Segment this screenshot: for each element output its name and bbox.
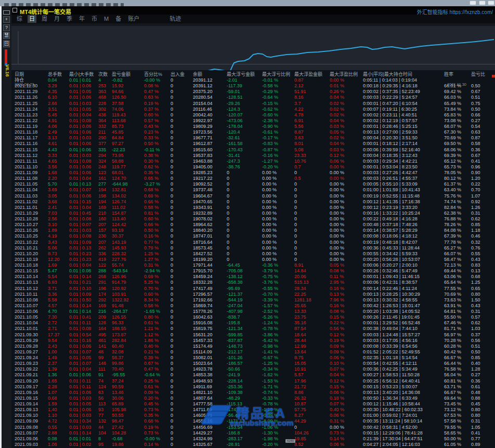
cell-max-float-loss: -120.4: [227, 129, 262, 135]
tab-备[interactable]: 备: [114, 15, 123, 23]
tab-周[interactable]: 周: [40, 15, 49, 23]
cell-max-float-loss-pct: -0.58 %: [262, 83, 294, 89]
cell-hold-time: 0:00:54 | 0:42:55 | 4:12:11: [363, 361, 444, 366]
tab-综[interactable]: 综: [15, 15, 24, 23]
tab-月[interactable]: 月: [53, 15, 61, 23]
cell-pl-ratio: 0.76: [471, 245, 495, 251]
table-row: 2021.11.252.660.01 | 0.0322637.580.19 %0…: [11, 101, 495, 107]
cell-max-float-profit: 22.25: [294, 292, 330, 297]
cell-min-max-lots: 0.01 | 0.10: [69, 286, 98, 292]
cell-percent: 0.79 %: [144, 245, 171, 251]
table-row: 2021.10.123.710.01 | 0.10196120.920.70 %…: [11, 286, 495, 292]
table-row: 2021.09.131.400.01 | 0.0693105.980.73 %0…: [11, 407, 495, 413]
cell-percent: 0.68 %: [144, 187, 171, 193]
cell-min-max-lots: 0.01 | 0.03: [69, 425, 98, 430]
cell-max-float-loss-pct: -0.33 %: [262, 396, 294, 401]
cell-date: 2021.11.26: [15, 95, 48, 100]
cell-balance: 14555.16: [193, 418, 227, 424]
cell-pnl: 74.06: [112, 107, 144, 112]
cell-max-float-loss: -658.38: [227, 280, 262, 285]
cell-balance: 15869.74: [193, 303, 227, 309]
cell-max-float-profit-pct: 0.09 %: [330, 344, 363, 349]
cell-percent: -0.00 %: [144, 436, 171, 442]
cell-pnl: 124.70: [112, 176, 144, 181]
cell-date: 2021.11.02: [15, 199, 48, 205]
cell-min-max-lots: 0.01 | 0.50: [69, 297, 98, 303]
cell-win-rate: 70.28 %: [444, 338, 471, 344]
table-row: 2021.10.208.730.01 | 0.23336228.321.25 %…: [11, 251, 495, 257]
tab-账户[interactable]: 账户: [126, 15, 141, 23]
cell-max-float-profit: 3.63: [294, 135, 330, 141]
cell-deposit: 0: [171, 153, 193, 159]
cell-deposit: 0: [171, 425, 193, 430]
cell-percent: 0.25 %: [144, 378, 171, 384]
cell-hold-time: 0:00:03 | 0:27:26 | 4:42:47: [363, 170, 444, 176]
tab-季[interactable]: 季: [65, 15, 74, 23]
table-row: 2021.10.042.720.01 | 0.1112696.330.61 %0…: [11, 320, 495, 326]
tab-M[interactable]: M: [102, 15, 110, 23]
cell-pnl: 113.40: [112, 216, 144, 222]
cell-min-max-lots: 0.01 | 0.01: [69, 77, 98, 83]
minimize-button-icon[interactable]: [470, 1, 476, 5]
tab-年[interactable]: 年: [77, 15, 86, 23]
cell-balance: 15082.01: [193, 355, 227, 361]
header-pnl: 盈亏金额: [112, 71, 144, 77]
cell-win-rate: 73.45 %: [444, 401, 471, 407]
cell-pnl: 188.55: [112, 326, 144, 332]
cell-max-float-profit-pct: 0.08 %: [330, 268, 363, 274]
tab-币[interactable]: 币: [90, 15, 99, 23]
cell-pl-ratio: 0.58: [471, 141, 495, 147]
cell-total-lots: 3.10: [48, 222, 69, 228]
tab-日[interactable]: 日: [28, 15, 36, 23]
cell-pnl: -22.23: [112, 147, 144, 153]
cell-date: 2021.09.28: [15, 344, 48, 349]
cjk-tool-icon-1[interactable]: 慧: [3, 32, 10, 39]
cell-pnl: 126.96: [112, 274, 144, 280]
cell-hold-time: 0:00:26 | 2:11:45 | 19:01:45: [363, 314, 444, 320]
cell-max-float-profit: 28.34: [294, 286, 330, 292]
maximize-button-icon[interactable]: [479, 1, 486, 5]
cell-hold-time: 0:00:04 | 0:20:30 | 3:51:50: [363, 135, 444, 141]
cell-win-rate: 82.84 %: [444, 205, 471, 210]
cell-count: 169: [98, 205, 112, 210]
cell-max-float-loss: 0: [227, 210, 262, 216]
cell-pnl: 91.48: [112, 303, 144, 309]
cell-deposit: 0: [171, 338, 193, 344]
close-button-icon[interactable]: [488, 1, 494, 5]
cell-max-float-profit: 0: [294, 222, 330, 228]
cell-max-float-profit-pct: 0.00 %: [330, 257, 363, 262]
cell-total-lots: 7.03: [48, 210, 69, 216]
cell-total-lots: 1.36: [48, 372, 69, 378]
cell-date: 2021.11.05: [15, 181, 48, 187]
cell-balance: 17296.57: [193, 292, 227, 297]
cell-deposit: 0: [171, 164, 193, 170]
cell-deposit: 0: [171, 401, 193, 407]
cell-hold-time: 0:00:15 | 12:29:06 | 78:41:28: [363, 430, 444, 436]
cell-max-float-profit: 0.5: [294, 176, 330, 181]
cell-date: 2021.10.11: [15, 292, 48, 297]
cell-pnl: 173.87: [112, 332, 144, 338]
cell-deposit: 0: [171, 332, 193, 338]
cell-deposit: 0: [171, 442, 193, 447]
cell-deposit: 0: [171, 228, 193, 233]
cell-date: 2021.10.18: [15, 262, 48, 268]
cell-max-float-loss: -31.41: [227, 153, 262, 159]
cell-deposit: 0: [171, 309, 193, 314]
cell-win-rate: 69.64 %: [444, 396, 471, 401]
tab-track[interactable]: 轨迹: [168, 15, 183, 23]
cell-min-max-lots: 0.01 | 0.06: [69, 124, 98, 129]
cell-max-float-profit-pct: 0.00 %: [330, 164, 363, 170]
cell-max-float-profit: 19.85: [294, 436, 330, 442]
cell-pl-ratio: 0.65: [471, 286, 495, 292]
cell-date: 2021.10.22: [15, 240, 48, 245]
cell-min-max-lots: 0.01 | 0.09: [69, 240, 98, 245]
cjk-tool-icon-2[interactable]: 回: [3, 41, 10, 47]
move-icon[interactable]: +: [3, 16, 10, 23]
cell-percent: 0.19 %: [144, 101, 171, 107]
tooltip-artifact: 4240: [285, 439, 295, 443]
restore-window-icon[interactable]: [3, 10, 10, 15]
help-icon[interactable]: ?: [3, 24, 10, 31]
cell-percent: 0.73 %: [144, 430, 171, 436]
cell-min-max-lots: 0.01 | 0.54: [69, 332, 98, 338]
cell-max-float-profit-pct: 0.00 %: [330, 210, 363, 216]
